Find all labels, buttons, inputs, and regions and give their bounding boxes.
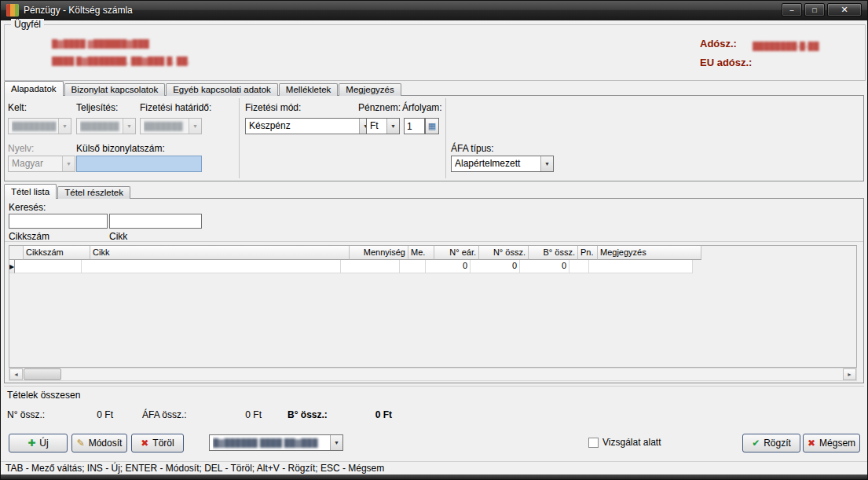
- app-window: Pénzügy - Költség számla – □ ✕ Ügyfél █▓…: [0, 0, 868, 480]
- afa-tipus-combo[interactable]: Alapértelmezett ▼: [451, 156, 554, 172]
- fizetesi-hatarido-combo[interactable]: ███████ ▼: [140, 118, 202, 134]
- items-grid: Cikkszám Cikk Mennyiség Me. N° eár. N° ö…: [9, 245, 857, 368]
- kulso-bizonylatszam-label: Külső bizonylatszám:: [76, 143, 165, 154]
- totals-divider: [4, 386, 864, 387]
- chevron-down-icon[interactable]: ▼: [189, 119, 201, 134]
- grid-cell-b-ossz: 0: [520, 260, 570, 273]
- vizsgalat-alatt-checkbox[interactable]: Vizsgálat alatt: [588, 437, 661, 448]
- penznem-combo[interactable]: Ft ▼: [366, 118, 400, 134]
- grid-cell-mennyiseg: [341, 260, 400, 273]
- chevron-down-icon[interactable]: ▼: [123, 119, 135, 134]
- netto-total-label: N° össz.:: [7, 409, 45, 420]
- tab-egyeb-kapcsolati-adatok[interactable]: Egyéb kapcsolati adatok: [166, 83, 278, 96]
- window-controls: – □ ✕: [782, 3, 862, 16]
- kelt-value-redacted: ████████: [12, 122, 57, 131]
- scrollbar-track[interactable]: [23, 368, 843, 380]
- kelt-label: Kelt:: [8, 102, 27, 113]
- delete-button[interactable]: ✖ Töröl: [131, 434, 184, 453]
- grid-header-b-ossz[interactable]: B° össz.: [529, 246, 578, 260]
- plus-icon: ✚: [27, 438, 35, 448]
- grid-cell-cikk: [82, 260, 341, 273]
- search-divider: [5, 241, 863, 242]
- horizontal-scrollbar[interactable]: ◄ ►: [9, 368, 857, 381]
- teljesites-combo[interactable]: ███████ ▼: [76, 118, 136, 134]
- fizetesi-mod-value: Készpénz: [249, 119, 357, 134]
- chevron-down-icon[interactable]: ▼: [386, 119, 399, 134]
- tab-tetel-lista[interactable]: Tétel lista: [4, 184, 57, 199]
- delete-icon: ✖: [141, 438, 148, 448]
- scroll-left-button[interactable]: ◄: [9, 368, 23, 380]
- nyelv-combo[interactable]: Magyar ▼: [8, 156, 75, 172]
- nyelv-label: Nyelv:: [8, 143, 34, 154]
- cikkszam-search-input[interactable]: [9, 214, 108, 229]
- teljesites-value-redacted: ███████: [80, 122, 119, 131]
- kulso-bizonylatszam-input[interactable]: [76, 156, 202, 172]
- kelt-combo[interactable]: ████████ ▼: [8, 118, 71, 134]
- app-icon: [6, 4, 19, 16]
- scroll-left-icon: ◄: [13, 372, 19, 377]
- maximize-button[interactable]: □: [804, 3, 825, 16]
- row-marker-icon: ▶: [9, 263, 14, 270]
- netto-total-value: 0 Ft: [68, 409, 113, 420]
- save-button[interactable]: ✔ Rögzít: [742, 434, 800, 453]
- arfolyam-input[interactable]: [404, 118, 425, 134]
- cikkszam-search-label: Cikkszám: [9, 231, 49, 242]
- window-bottom-edge: [1, 475, 867, 480]
- grid-header-megjegyzes[interactable]: Megjegyzés: [598, 246, 701, 260]
- modify-button-label: Módosít: [89, 438, 123, 449]
- cikk-search-label: Cikk: [109, 231, 127, 242]
- grid-cell-n-ossz: 0: [471, 260, 520, 273]
- cancel-button[interactable]: ✖ Mégsem: [803, 434, 860, 453]
- scroll-right-icon: ►: [847, 372, 852, 377]
- grid-cell-n-ear: 0: [426, 260, 471, 273]
- grid-selector-header: [9, 246, 24, 260]
- afa-total-value: 0 Ft: [214, 409, 262, 420]
- checkbox-box[interactable]: [588, 438, 599, 448]
- chevron-down-icon[interactable]: ▼: [540, 156, 553, 171]
- grid-header-row: Cikkszám Cikk Mennyiség Me. N° eár. N° ö…: [9, 246, 856, 260]
- afa-total-label: ÁFA össz.:: [142, 409, 187, 420]
- nyelv-value: Magyar: [12, 156, 60, 171]
- pencil-icon: ✎: [77, 438, 85, 448]
- grid-header-pn[interactable]: Pn.: [578, 246, 598, 260]
- check-icon: ✔: [752, 438, 760, 448]
- grid-header-me[interactable]: Me.: [408, 246, 434, 260]
- chevron-down-icon[interactable]: ▼: [58, 119, 71, 134]
- titlebar[interactable]: Pénzügy - Költség számla – □ ✕: [1, 1, 867, 20]
- tab-bizonylat-kapcsolatok[interactable]: Bizonylat kapcsolatok: [64, 83, 166, 96]
- hatarido-value-redacted: ███████: [144, 122, 183, 131]
- close-button[interactable]: ✕: [827, 3, 862, 16]
- chevron-down-icon[interactable]: ▼: [330, 435, 342, 450]
- modify-button[interactable]: ✎ Módosít: [71, 434, 127, 453]
- grid-header-n-ear[interactable]: N° eár.: [434, 246, 479, 260]
- totals-group-label: Tételek összesen: [7, 390, 80, 401]
- scrollbar-thumb[interactable]: [24, 368, 61, 380]
- fizetesi-mod-combo[interactable]: Készpénz ▼: [245, 118, 372, 134]
- minimize-icon: –: [789, 6, 793, 14]
- tab-megjegyzes[interactable]: Megjegyzés: [339, 83, 401, 96]
- chevron-down-icon[interactable]: ▼: [62, 156, 75, 171]
- tab-mellekletek[interactable]: Mellékletek: [279, 83, 339, 96]
- grid-row[interactable]: ▶ 0 0 0: [9, 260, 856, 273]
- afa-tipus-value: Alapértelmezett: [455, 156, 539, 171]
- vizsgalat-alatt-label: Vizsgálat alatt: [602, 437, 661, 448]
- minimize-button[interactable]: –: [782, 3, 802, 16]
- tab-tetel-reszletek[interactable]: Tétel részletek: [57, 186, 130, 199]
- grid-header-cikk[interactable]: Cikk: [90, 246, 350, 260]
- cikk-search-input[interactable]: [109, 214, 202, 229]
- scroll-right-button[interactable]: ►: [843, 368, 856, 380]
- save-button-label: Rögzít: [764, 438, 791, 449]
- action-combo-value-redacted: █▓██████ ████ ██▓███: [213, 438, 318, 448]
- main-tab-strip: Alapadatok Bizonylat kapcsolatok Egyéb k…: [4, 81, 402, 96]
- arfolyam-lookup-button[interactable]: ▦: [425, 118, 439, 134]
- new-button[interactable]: ✚ Új: [9, 434, 68, 453]
- grid-header-mennyiseg[interactable]: Mennyiség: [350, 246, 408, 260]
- grid-header-n-ossz[interactable]: N° össz.: [479, 246, 529, 260]
- grid-header-cikkszam[interactable]: Cikkszám: [24, 246, 90, 260]
- tab-alapadatok[interactable]: Alapadatok: [4, 81, 64, 96]
- row-selector-cell[interactable]: ▶: [9, 260, 15, 273]
- grid-cell-me: [400, 260, 426, 273]
- action-combo[interactable]: █▓██████ ████ ██▓███ ▼: [209, 434, 343, 451]
- penznem-label: Pénznem:: [358, 102, 401, 113]
- cancel-button-label: Mégsem: [819, 438, 855, 449]
